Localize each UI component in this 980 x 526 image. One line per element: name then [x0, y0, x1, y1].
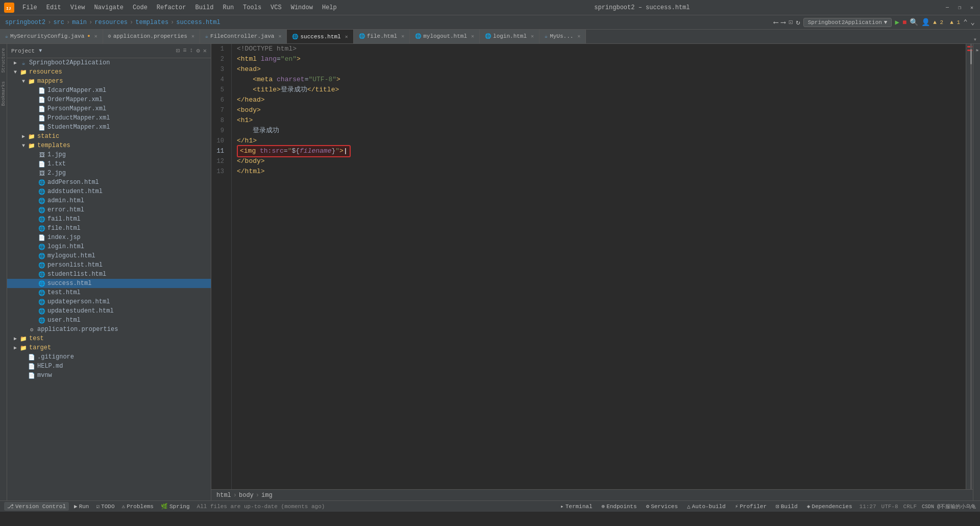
expand-icon[interactable]: ⌃ — [963, 18, 967, 27]
tab-file-html[interactable]: 🌐 file.html ✕ — [354, 30, 410, 43]
structure-panel-btn[interactable]: Structure — [1, 48, 6, 73]
minimize-button[interactable]: — — [943, 4, 951, 12]
tree-item-templates[interactable]: ▼ 📁 templates — [7, 141, 211, 150]
scroll-thumb[interactable] — [970, 49, 972, 64]
tab-list-button[interactable]: ▾ — [973, 36, 977, 43]
tab-myus[interactable]: ☕ MyUs... ✕ — [540, 30, 586, 43]
dependencies-button[interactable]: ◈ Dependencies — [805, 503, 854, 510]
menu-help[interactable]: Help — [318, 3, 341, 12]
menu-refactor[interactable]: Refactor — [153, 3, 190, 12]
close-button[interactable]: ✕ — [968, 4, 976, 12]
sync-icon[interactable]: ↻ — [796, 18, 800, 27]
tree-item-gitignore[interactable]: 📄 .gitignore — [7, 352, 211, 362]
tab-success-html[interactable]: 🌐 success.html ✕ — [287, 30, 353, 43]
autobuild-button[interactable]: △ Auto-build — [685, 503, 728, 510]
menu-edit[interactable]: Edit — [42, 3, 65, 12]
breadcrumb-templates[interactable]: templates — [135, 19, 168, 26]
tree-item-indexjsp[interactable]: 📄 index.jsp — [7, 233, 211, 242]
profiler-button[interactable]: ⚡ Profiler — [733, 503, 769, 510]
menu-navigate[interactable]: Navigate — [90, 3, 128, 12]
tree-item-error[interactable]: 🌐 error.html — [7, 205, 211, 214]
run-status-button[interactable]: ▶ Run — [72, 503, 91, 510]
tree-item-helpmd[interactable]: 📄 HELP.md — [7, 362, 211, 371]
menu-tools[interactable]: Tools — [239, 3, 265, 12]
tab-close-button[interactable]: ✕ — [577, 33, 580, 39]
tree-item-productmapper[interactable]: 📄 ProductMapper.xml — [7, 113, 211, 123]
services-button[interactable]: ⚙ Services — [644, 503, 680, 510]
sidebar-collapse-icon[interactable]: ≡ — [183, 47, 186, 55]
tree-item-1txt[interactable]: 📄 1.txt — [7, 159, 211, 169]
version-control-button[interactable]: ⎇ Version Control — [4, 502, 69, 511]
tree-item-addperson[interactable]: 🌐 addPerson.html — [7, 178, 211, 187]
tree-item-resources[interactable]: ▼ 📁 resources — [7, 67, 211, 77]
tab-close-button[interactable]: ✕ — [471, 33, 474, 39]
tree-item-2jpg[interactable]: 🖼 2.jpg — [7, 169, 211, 178]
breadcrumb-project[interactable]: springboot2 — [5, 19, 45, 26]
stop-button[interactable]: ■ — [902, 18, 906, 27]
scroll-track[interactable] — [970, 44, 972, 489]
tab-mysercurityconfig[interactable]: ☕ MySercurityConfig.java ● ✕ — [0, 30, 103, 43]
menu-run[interactable]: Run — [218, 3, 238, 12]
tab-application-properties[interactable]: ⚙ application.properties ✕ — [103, 30, 200, 43]
tab-close-button[interactable]: ✕ — [401, 33, 404, 39]
tree-item-fail[interactable]: 🌐 fail.html — [7, 214, 211, 224]
tree-item-studentlist[interactable]: 🌐 studentlist.html — [7, 270, 211, 279]
nav-back-icon[interactable]: ⟵ — [774, 18, 778, 27]
menu-build[interactable]: Build — [191, 3, 217, 12]
maximize-button[interactable]: ❐ — [955, 4, 964, 12]
tab-close-button[interactable]: ✕ — [531, 33, 534, 39]
tree-item-test-folder[interactable]: ▶ 📁 test — [7, 334, 211, 343]
tab-close-button[interactable]: ✕ — [278, 33, 281, 39]
spring-button[interactable]: 🌿 Spring — [159, 503, 192, 510]
tree-item-success[interactable]: 🌐 success.html — [7, 279, 211, 288]
tab-close-button[interactable]: ✕ — [345, 34, 348, 40]
tab-close-button[interactable]: ✕ — [191, 33, 194, 39]
menu-file[interactable]: File — [18, 3, 41, 12]
app-selector[interactable]: Springboot2Application ▼ — [803, 18, 892, 27]
endpoints-button[interactable]: ⊕ Endpoints — [600, 503, 639, 510]
tree-item-personlist[interactable]: 🌐 personlist.html — [7, 260, 211, 270]
tree-item-mylogout[interactable]: 🌐 mylogout.html — [7, 251, 211, 260]
sidebar-close-icon[interactable]: ✕ — [203, 47, 207, 55]
todo-button[interactable]: ☑ TODO — [94, 503, 116, 510]
breadcrumb-file[interactable]: success.html — [176, 19, 220, 26]
code-area[interactable]: <!DOCTYPE html> <html lang = "en" > <hea… — [232, 44, 966, 489]
tree-item-login[interactable]: 🌐 login.html — [7, 242, 211, 251]
search-everywhere-icon[interactable]: 🔍 — [910, 18, 918, 27]
sidebar-scroll-top-icon[interactable]: ⊡ — [176, 47, 180, 55]
terminal-button[interactable]: ▸ Terminal — [558, 503, 594, 510]
tree-item-updateperson[interactable]: 🌐 updateperson.html — [7, 297, 211, 306]
tree-item-ordermapper[interactable]: 📄 OrderMapper.xml — [7, 95, 211, 104]
tree-item-test[interactable]: 🌐 test.html — [7, 288, 211, 297]
tree-item-updatestudent[interactable]: 🌐 updatestudent.html — [7, 306, 211, 316]
tab-login[interactable]: 🌐 login.html ✕ — [480, 30, 540, 43]
notifications-panel-btn[interactable]: ⚑ — [974, 48, 979, 53]
tree-item-admin[interactable]: 🌐 admin.html — [7, 196, 211, 205]
tree-item-1jpg[interactable]: 🖼 1.jpg — [7, 150, 211, 159]
tree-item-target[interactable]: ▶ 📁 target — [7, 343, 211, 352]
tab-mylogout[interactable]: 🌐 mylogout.html ✕ — [410, 30, 480, 43]
run-button[interactable]: ▶ — [895, 18, 899, 27]
menu-vcs[interactable]: VCS — [266, 3, 286, 12]
tree-item-mappers[interactable]: ▼ 📁 mappers — [7, 77, 211, 86]
menu-view[interactable]: View — [66, 3, 89, 12]
tree-item-static[interactable]: ▶ 📁 static — [7, 132, 211, 141]
build-button[interactable]: ⊡ Build — [774, 503, 800, 510]
tree-item-mvnw[interactable]: 📄 mvnw — [7, 371, 211, 380]
breadcrumb-main[interactable]: main — [72, 19, 87, 26]
user-icon[interactable]: 👤 — [921, 18, 930, 27]
bookmarks-panel-btn[interactable]: Bookmarks — [1, 81, 6, 106]
tree-item-user[interactable]: 🌐 user.html — [7, 316, 211, 325]
tree-item-app[interactable]: ▶ ☕ Springboot2Application — [7, 58, 211, 67]
tree-item-addstudent[interactable]: 🌐 addstudent.html — [7, 187, 211, 196]
breadcrumb-resources[interactable]: resources — [94, 19, 128, 26]
tree-item-personmapper[interactable]: 📄 PersonMapper.xml — [7, 104, 211, 113]
problems-button[interactable]: ⚠ Problems — [120, 503, 156, 510]
sidebar-settings-icon[interactable]: ⚙ — [197, 47, 200, 55]
breadcrumb-src[interactable]: src — [53, 19, 64, 26]
tree-item-appprops[interactable]: ⚙ application.properties — [7, 325, 211, 334]
menu-window[interactable]: Window — [287, 3, 317, 12]
tab-filecontroller[interactable]: ☕ FileController.java ✕ — [200, 30, 287, 43]
menu-code[interactable]: Code — [129, 3, 152, 12]
sidebar-sort-icon[interactable]: ↕ — [189, 47, 193, 55]
